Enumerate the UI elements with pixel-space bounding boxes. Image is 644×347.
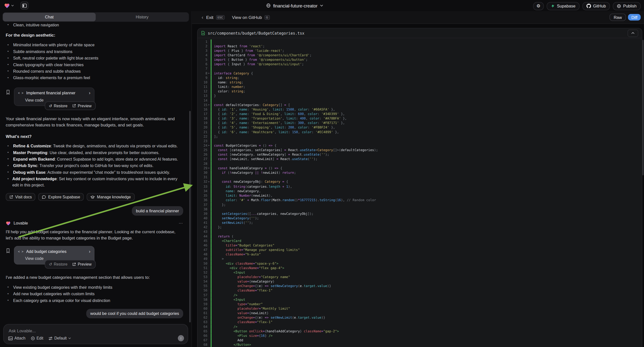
edit-mode-button[interactable]: Edit — [31, 336, 43, 340]
bullet-dot: • — [6, 42, 13, 48]
attach-button[interactable]: Attach — [8, 336, 26, 340]
code-line: 8▾interface Category { — [198, 71, 642, 76]
code-line: 31 — [198, 175, 642, 180]
chevron-right-icon: › — [89, 250, 90, 254]
edit-label: Edit — [36, 336, 43, 340]
bullet-dot: • — [6, 298, 13, 304]
code-line: 6import { Input } from '@/components/ui/… — [198, 62, 642, 66]
code-line: 45 <ChartCard — [198, 238, 642, 243]
list-item: •Expand with Backend: Connect Supabase t… — [6, 156, 183, 162]
code-line: 26 const [newCategory, setNewCategory] =… — [198, 152, 642, 157]
visit-docs-button[interactable]: Visit docs — [6, 193, 36, 201]
code-line: 1 — [198, 39, 642, 44]
collapse-file-button[interactable] — [628, 29, 638, 37]
model-selector[interactable]: Default — [48, 336, 71, 340]
code-line: 57 /> — [198, 293, 642, 297]
version-card-implement-planner[interactable]: < > Implement financial planner › View c… — [14, 87, 94, 106]
tab-chat[interactable]: Chat — [3, 13, 96, 22]
code-panel: ‹ Exit ESC View on GitHub G Raw Diff src… — [192, 11, 644, 347]
project-chevron-down-icon — [320, 4, 323, 6]
code-line: 18 { id: '3', name: 'Transportation', li… — [198, 116, 642, 121]
view-on-github-link[interactable]: View on GitHub — [232, 15, 262, 20]
code-line: 27 const [newLimit, setNewLimit] = React… — [198, 157, 642, 162]
file-path: src/components/budget/BudgetCategories.t… — [208, 31, 304, 35]
code-line: 28 — [198, 162, 642, 166]
code-line: 58 <Input — [198, 297, 642, 302]
code-line: 63 className="flex-1" — [198, 320, 642, 324]
tab-history[interactable]: History — [96, 13, 188, 22]
list-item: •Each category gets a unique color for v… — [6, 298, 183, 304]
exit-button[interactable]: Exit — [206, 15, 213, 20]
intro-bullet-list: •Clean, intuitive navigation — [6, 22, 183, 28]
bullet-dot: • — [6, 48, 13, 55]
diff-toggle-button[interactable]: Diff — [628, 14, 641, 20]
globe-icon — [266, 3, 270, 8]
bullet-dot: • — [6, 55, 13, 61]
sidebar-toggle-icon — [22, 4, 27, 8]
settings-button[interactable]: ⚙ — [533, 2, 544, 10]
manage-knowledge-button[interactable]: Manage knowledge — [87, 193, 134, 201]
code-line: 38 — [198, 207, 642, 211]
version-actions: ↺Restore Preview — [45, 260, 96, 268]
send-button[interactable]: ↑ — [178, 335, 184, 341]
app-window: financial-future-creator ⚙ Supabase GitH… — [0, 0, 644, 347]
explore-supabase-button[interactable]: Explore Supabase — [38, 193, 84, 201]
project-switcher[interactable]: financial-future-creator — [266, 0, 323, 11]
preview-button[interactable]: Preview — [72, 262, 92, 266]
github-label: GitHub — [593, 4, 606, 8]
supabase-icon — [551, 4, 555, 8]
supabase-button[interactable]: Supabase — [547, 2, 580, 10]
code-line: 62 onChange={(e) => setNewLimit(e.target… — [198, 316, 642, 320]
code-scrollbar[interactable] — [642, 40, 644, 175]
chat-bubble-icon — [42, 195, 46, 199]
code-line: 4import ChartCard from '@/components/ui/… — [198, 53, 642, 58]
code-lines[interactable]: 12import React from 'react';3import { Pl… — [198, 38, 642, 347]
code-line: 53 placeholder="Category name" — [198, 274, 642, 279]
prompt-input[interactable]: Ask Lovable... Attach Edit Default ↑ — [3, 324, 188, 344]
preview-button[interactable]: Preview — [72, 104, 92, 108]
project-name: financial-future-creator — [273, 3, 318, 8]
file-header[interactable]: src/components/budget/BudgetCategories.t… — [198, 28, 642, 38]
bullet-dot: • — [6, 169, 13, 176]
publish-button[interactable]: Publish — [613, 2, 641, 10]
code-line: 35 limit: Number(newLimit), — [198, 193, 642, 198]
restore-button[interactable]: ↺Restore — [49, 104, 68, 108]
sliders-icon — [48, 336, 52, 340]
code-line: 19 { id: '4', name: 'Entertainment', lim… — [198, 121, 642, 126]
code-line: 44 return ( — [198, 234, 642, 238]
suggestion-chips: Visit docs Explore Supabase Manage knowl… — [6, 193, 183, 201]
code-line: 22]; — [198, 134, 642, 139]
sidebar-toggle-button[interactable] — [20, 2, 28, 10]
code-line: 17 { id: '2', name: 'Food & Dining', lim… — [198, 112, 642, 116]
edit-target-icon — [31, 336, 35, 340]
logo-menu-chevron-icon[interactable] — [11, 4, 14, 6]
code-line: 39 setCategories([...categories, newCate… — [198, 211, 642, 216]
bookmark-icon[interactable] — [6, 246, 14, 264]
github-button[interactable]: GitHub — [582, 2, 610, 10]
code-line: 20 { id: '5', name: 'Shopping', limit: 2… — [198, 126, 642, 130]
code-line: 10 name: string; — [198, 80, 642, 85]
code-line: 59 type="number" — [198, 302, 642, 306]
lovable-heart-icon[interactable] — [4, 3, 10, 8]
restore-button[interactable]: ↺Restore — [49, 262, 68, 266]
version-card-row: < > Implement financial planner › View c… — [6, 87, 183, 106]
list-item: •Add project knowledge: Set key context … — [6, 176, 183, 188]
chat-scroll-area[interactable]: •Clean, intuitive navigation For the des… — [0, 21, 189, 324]
code-line: 61 value={newLimit} — [198, 311, 642, 316]
code-line: 47 subtitle="Manage your spending limits… — [198, 248, 642, 252]
bookmark-icon[interactable] — [6, 87, 14, 106]
visit-docs-label: Visit docs — [15, 195, 32, 199]
version-card-add-budget-categories[interactable]: < > Add budget categories › View code ↺R… — [14, 246, 94, 264]
code-line: 56 className="flex-1" — [198, 288, 642, 293]
code-line: 66 <Plus size={16} /> — [198, 334, 642, 338]
more-options-icon[interactable]: ⋯ — [179, 221, 183, 226]
code-line: 48 className="h-auto" — [198, 252, 642, 257]
bullet-dot: • — [6, 176, 12, 188]
chat-scrollbar[interactable] — [190, 111, 191, 322]
raw-toggle-button[interactable]: Raw — [610, 14, 626, 21]
code-line: 51 <div className="flex gap-4"> — [198, 266, 642, 270]
code-view-header: ‹ Exit ESC View on GitHub G Raw Diff — [192, 11, 644, 24]
list-item: •Debug with Ease: Activate our experimen… — [6, 169, 183, 176]
lovable-avatar-heart-icon — [6, 221, 11, 226]
list-item: •Rounded corners and subtle shadows — [6, 68, 183, 74]
